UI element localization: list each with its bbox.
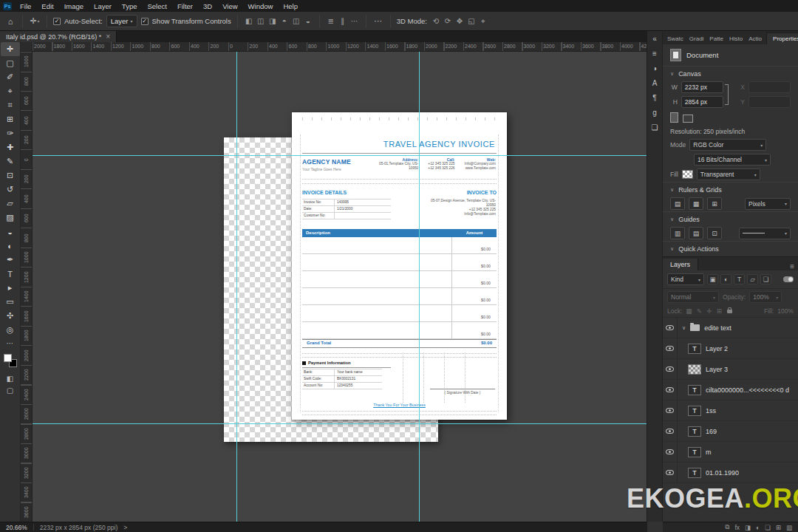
- panel-tab[interactable]: Actio: [746, 33, 765, 44]
- link-layers-icon[interactable]: ⧉: [725, 523, 729, 531]
- distribute-spacing-icon[interactable]: ⋯: [349, 15, 360, 28]
- canvas-section-header[interactable]: ∨Canvas: [663, 66, 798, 80]
- filter-shape-icon[interactable]: ▱: [747, 274, 758, 284]
- delete-layer-icon[interactable]: ▥: [786, 524, 792, 531]
- panel-tab[interactable]: Histo: [726, 33, 746, 44]
- layer-name[interactable]: cilta0000000...<<<<<<<<0 d: [706, 386, 789, 394]
- lock-icons[interactable]: ▦ ✎ ✛ ⊞: [686, 307, 723, 315]
- collapse-panels-icon[interactable]: «: [649, 33, 661, 44]
- distribute-horizontal-icon[interactable]: ≣: [326, 15, 336, 28]
- zoom-level[interactable]: 20.66%: [6, 524, 27, 531]
- filter-type-icon[interactable]: T: [734, 274, 745, 284]
- 3d-scale-icon[interactable]: ⌖: [478, 15, 488, 28]
- portrait-orientation-button[interactable]: [670, 112, 678, 123]
- frame-tool[interactable]: ⊞: [1, 112, 20, 126]
- layer-thumbnail[interactable]: [688, 364, 701, 375]
- menu-item[interactable]: File: [15, 1, 36, 11]
- menu-item[interactable]: 3D: [198, 1, 217, 11]
- hand-tool[interactable]: ✣: [1, 309, 20, 323]
- layer-row[interactable]: Tcilta0000000...<<<<<<<<0 d: [663, 380, 798, 400]
- layer-name[interactable]: 169: [706, 428, 717, 435]
- toggle-grid-icon[interactable]: ▦: [689, 197, 703, 210]
- guides-section-header[interactable]: ∨Guides: [663, 212, 798, 225]
- menu-item[interactable]: Edit: [36, 1, 58, 11]
- add-layer-mask-icon[interactable]: ◨: [745, 524, 751, 531]
- show-transform-checkbox[interactable]: ✓: [141, 18, 149, 25]
- layer-visibility-toggle[interactable]: [663, 359, 678, 379]
- layer-visibility-toggle[interactable]: [663, 442, 678, 462]
- menu-item[interactable]: Select: [142, 1, 171, 11]
- layers-panel-menu-icon[interactable]: ≡: [786, 262, 798, 270]
- panel-tab[interactable]: Swatc: [664, 33, 686, 44]
- crop-tool[interactable]: ⌗: [1, 98, 20, 112]
- auto-select-checkbox[interactable]: ✓: [53, 18, 61, 25]
- menu-item[interactable]: Filter: [172, 1, 198, 11]
- document-tab[interactable]: Italy id.psd @ 20.7% (RGB/16) * ×: [0, 31, 117, 42]
- gradient-tool[interactable]: ▨: [1, 211, 20, 225]
- tool-preset-icon[interactable]: ✛▾: [29, 15, 41, 28]
- tab-properties[interactable]: Properties: [766, 33, 798, 44]
- ruler-horizontal[interactable]: 2000180016001400120010008006004002000200…: [33, 42, 647, 52]
- layer-row[interactable]: Tm: [663, 442, 798, 463]
- layer-name[interactable]: 01.01.1990: [706, 469, 739, 477]
- layer-thumbnail[interactable]: T: [688, 447, 701, 457]
- quick-mask-icon[interactable]: ◧: [1, 372, 20, 384]
- healing-brush-tool[interactable]: ✚: [1, 140, 20, 154]
- menu-item[interactable]: Help: [278, 1, 303, 11]
- path-selection-tool[interactable]: ▸: [1, 281, 20, 295]
- ruler-units-dropdown[interactable]: Pixels▾: [745, 198, 791, 210]
- new-layer-icon[interactable]: ⊞: [776, 524, 781, 531]
- auto-select-target-dropdown[interactable]: Layer▾: [106, 15, 137, 27]
- group-expand-caret[interactable]: ∨: [682, 325, 686, 331]
- blur-tool[interactable]: ◒: [1, 225, 20, 239]
- marquee-tool[interactable]: ▢: [1, 56, 20, 70]
- eyedropper-tool[interactable]: ✑: [1, 126, 20, 140]
- align-left-icon[interactable]: ◧: [244, 15, 254, 28]
- layer-row[interactable]: TLayer 2: [663, 338, 798, 359]
- guide-horizontal-1[interactable]: [33, 155, 647, 156]
- quick-actions-section-header[interactable]: ∨Quick Actions: [663, 242, 798, 255]
- menu-item[interactable]: Window: [243, 1, 279, 11]
- edit-toolbar-icon[interactable]: ⋯: [1, 337, 20, 349]
- glyphs-panel-icon[interactable]: ɡ: [649, 107, 661, 117]
- eraser-tool[interactable]: ▱: [1, 197, 20, 211]
- height-field[interactable]: 2854 px: [681, 96, 723, 108]
- menu-item[interactable]: Layer: [89, 1, 117, 11]
- canvas-fill-dropdown[interactable]: Transparent▾: [697, 168, 760, 180]
- color-swatches[interactable]: [3, 353, 18, 368]
- toggle-pixel-grid-icon[interactable]: ⊞: [707, 197, 722, 210]
- toggle-rulers-icon[interactable]: ▤: [670, 197, 685, 210]
- foreground-color[interactable]: [4, 354, 12, 362]
- link-dimensions-icon[interactable]: [725, 84, 729, 105]
- layer-visibility-toggle[interactable]: [663, 338, 678, 358]
- align-bottom-icon[interactable]: ◒: [303, 15, 313, 28]
- panel-tab[interactable]: Patte: [706, 33, 726, 44]
- properties-panel-icon[interactable]: ≡: [649, 48, 661, 58]
- app-logo-icon[interactable]: Ps: [3, 2, 12, 10]
- landscape-orientation-button[interactable]: [683, 115, 693, 123]
- move-tool[interactable]: ✛: [1, 42, 20, 56]
- align-top-icon[interactable]: ◓: [279, 15, 290, 28]
- layer-name[interactable]: Layer 2: [706, 345, 728, 352]
- clear-guides-icon[interactable]: ⊡: [707, 227, 722, 239]
- layer-visibility-toggle[interactable]: [663, 318, 678, 338]
- adjustments-panel-icon[interactable]: ◑: [649, 63, 661, 73]
- bit-depth-dropdown[interactable]: 16 Bits/Channel▾: [694, 154, 771, 166]
- ruler-vertical[interactable]: 1000800600400200020040060080010001200140…: [21, 52, 33, 522]
- layer-thumbnail[interactable]: T: [688, 385, 701, 395]
- screen-mode-icon[interactable]: ▢: [1, 384, 20, 396]
- home-icon[interactable]: ⌂: [4, 15, 16, 28]
- align-right-icon[interactable]: ◨: [267, 15, 278, 28]
- history-brush-tool[interactable]: ↺: [1, 183, 20, 197]
- close-tab-icon[interactable]: ×: [106, 33, 110, 41]
- layer-visibility-toggle[interactable]: [663, 421, 678, 441]
- blend-mode-dropdown[interactable]: Normal▾: [667, 291, 719, 303]
- layer-thumbnail[interactable]: T: [688, 468, 701, 478]
- filter-adjustment-icon[interactable]: ◐: [720, 274, 732, 284]
- layer-thumbnail[interactable]: T: [688, 406, 701, 416]
- 3d-drag-icon[interactable]: ✥: [454, 15, 465, 28]
- filter-pixel-icon[interactable]: ▣: [707, 274, 718, 284]
- paragraph-panel-icon[interactable]: ¶: [649, 92, 661, 103]
- layer-name[interactable]: edite text: [704, 324, 732, 332]
- fill-value[interactable]: 100%: [777, 307, 794, 315]
